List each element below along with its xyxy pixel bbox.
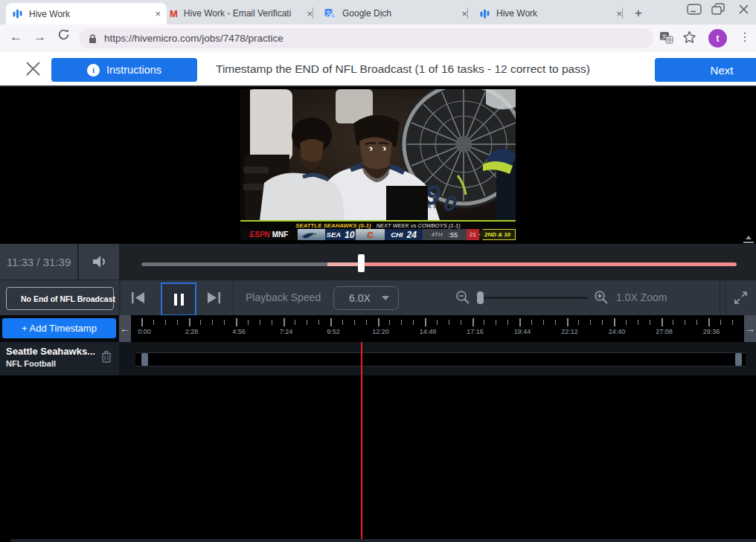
time-display: 11:33 / 31:39 [7, 256, 71, 268]
ruler-minor-tick [449, 320, 449, 325]
ruler-major-tick [425, 318, 426, 326]
task-header: i Instructions Timestamp the END of NFL … [0, 52, 756, 87]
speed-value: 6.0X [349, 292, 371, 304]
ruler-tick-label: 24:40 [609, 328, 626, 335]
playback-speed-label: Playback Speed [246, 291, 321, 303]
tab-gmail[interactable]: M Hive Work - Email Verificati × [164, 5, 318, 22]
no-end-button[interactable]: No End of NFL Broadcast [6, 287, 114, 310]
hive-favicon [479, 8, 490, 19]
timeline-ruler[interactable]: 0:002:284:567:249:5212:2014:4817:1619:44… [131, 315, 744, 342]
scroll-right-button[interactable]: → [744, 315, 756, 342]
tab-close-icon[interactable]: × [155, 9, 161, 19]
zoom-out-icon [455, 290, 470, 305]
address-bar[interactable]: https://hivemicro.com/jobs/7478/practice [79, 28, 653, 48]
close-task-icon[interactable] [25, 60, 42, 80]
tab-title: Google Dịch [342, 8, 455, 19]
tab-separator [313, 7, 313, 19]
tab-google-translate[interactable]: 文G Google Dịch × [318, 5, 473, 22]
new-tab-button[interactable]: + [630, 4, 647, 22]
translate-page-icon[interactable]: 文G [659, 31, 673, 48]
next-frame-button[interactable] [205, 291, 221, 307]
espn-logo: ESPN [250, 230, 270, 239]
gmail-favicon: M [170, 8, 178, 19]
back-icon[interactable]: ← [10, 30, 22, 45]
mnf-logo: MNF [272, 230, 289, 239]
ruler-minor-tick [626, 320, 627, 325]
video-stage: 9 0 SEAHAWKS [0, 87, 756, 244]
pause-icon [174, 294, 177, 306]
minimize-button[interactable] [685, 2, 704, 16]
tab-close-icon[interactable]: × [461, 9, 467, 19]
ruler-minor-tick [295, 320, 295, 325]
ruler-major-tick [662, 318, 663, 326]
zoom-in-button[interactable] [594, 290, 609, 308]
ruler-minor-tick [461, 320, 461, 325]
profile-avatar[interactable]: t [708, 29, 727, 48]
next-button[interactable]: Next [655, 58, 756, 82]
away-abbr: SEA [327, 230, 342, 239]
tab-hive-work-2[interactable]: Hive Work × [473, 5, 628, 22]
menu-dots-icon[interactable]: ⋮ [739, 30, 751, 44]
bottom-scrollbar[interactable] [10, 539, 756, 542]
ruler-minor-tick [177, 320, 178, 325]
ruler-major-tick [189, 318, 190, 326]
previous-frame-button[interactable] [131, 291, 147, 307]
seek-handle[interactable] [358, 254, 365, 272]
volume-button[interactable] [79, 244, 119, 280]
tab-strip: Hive Work × M Hive Work - Email Verifica… [0, 0, 756, 25]
divider [720, 280, 720, 316]
ruler-major-tick [567, 318, 568, 326]
hive-favicon [12, 8, 23, 19]
tab-close-icon[interactable]: × [307, 9, 313, 19]
playhead-line[interactable] [361, 342, 362, 539]
play-clock: 21 [470, 231, 476, 238]
delete-track-button[interactable] [101, 350, 112, 366]
tab-hive-work-active[interactable]: Hive Work × [6, 3, 167, 25]
scroll-left-button[interactable]: ← [119, 315, 131, 342]
instructions-button[interactable]: i Instructions [51, 58, 197, 82]
ruler-minor-tick [224, 320, 225, 325]
ruler-row: + Add Timestamp ← 0:002:284:567:249:5212… [0, 315, 756, 342]
restore-button[interactable] [708, 2, 728, 16]
browser-window: Hive Work × M Hive Work - Email Verifica… [0, 0, 756, 542]
home-score: 24 [407, 230, 417, 240]
ruler-tick-label: 27:08 [656, 328, 673, 335]
no-end-label: No End of NFL Broadcast [21, 294, 115, 303]
ruler-tick-label: 14:48 [420, 328, 437, 335]
zoom-out-button[interactable] [455, 290, 470, 308]
ruler-minor-tick [307, 320, 307, 325]
skip-end-icon [205, 291, 221, 304]
range-handle-left[interactable] [141, 353, 148, 366]
task-title: Timestamp the END of NFL Broadcast (1 of… [216, 52, 590, 86]
ruler-major-tick [472, 318, 474, 326]
reload-icon[interactable] [57, 28, 70, 45]
video-frame[interactable]: 9 0 SEAHAWKS [240, 89, 516, 240]
close-window-button[interactable] [734, 2, 753, 16]
seek-remaining [362, 262, 737, 266]
seahawks-logo [298, 229, 325, 240]
zoom-in-icon [594, 290, 609, 305]
ruler-major-tick [330, 318, 332, 326]
forward-icon[interactable]: → [33, 30, 46, 45]
volume-icon [91, 254, 108, 269]
bookmark-star-icon[interactable] [682, 30, 696, 48]
playback-speed-dropdown[interactable]: 6.0X [333, 286, 399, 310]
range-selector[interactable] [135, 352, 746, 367]
pause-button[interactable] [161, 283, 196, 316]
quarter: 4TH [432, 231, 443, 238]
ruler-minor-tick [531, 320, 532, 325]
add-timestamp-button[interactable]: + Add Timestamp [2, 318, 116, 338]
ruler-minor-tick [638, 320, 638, 325]
ruler-tick-label: 0:00 [138, 328, 151, 335]
scorebug-team-note: SEATTLE SEAHAWKS (0-1) [295, 222, 371, 229]
range-handle-right[interactable] [735, 353, 742, 366]
zoom-slider-track[interactable] [476, 297, 588, 299]
tab-close-icon[interactable]: × [616, 9, 622, 19]
zoom-slider-handle[interactable] [477, 291, 484, 304]
trash-icon [101, 350, 112, 363]
zoom-level-label: 1.0X Zoom [616, 291, 667, 303]
ruler-minor-tick [732, 320, 733, 325]
home-abbr: CHI [391, 230, 403, 239]
ruler-major-tick [378, 318, 379, 326]
fullscreen-button[interactable] [734, 291, 748, 308]
